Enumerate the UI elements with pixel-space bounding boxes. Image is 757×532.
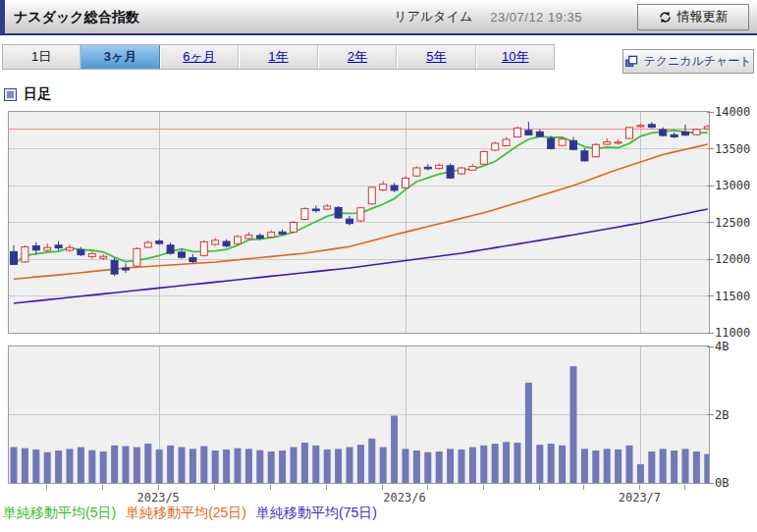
x-axis-week-tick — [326, 485, 327, 490]
x-axis-week-tick — [270, 485, 271, 490]
header-right: リアルタイム 23/07/12 19:35 情報更新 — [394, 0, 749, 33]
price-axis-tick — [707, 112, 714, 113]
quote-timestamp: 23/07/12 19:35 — [490, 10, 582, 25]
chart-type-section: 日足 — [4, 85, 51, 103]
volume-axis-tick — [707, 483, 714, 484]
tab-1year[interactable]: 1年 — [239, 45, 317, 69]
header-accent-bar — [0, 0, 5, 33]
legend-ma75: 単純移動平均(75日) — [256, 505, 377, 522]
price-axis-tick — [707, 186, 714, 186]
tab-10years[interactable]: 10年 — [476, 45, 554, 69]
windows-icon — [624, 55, 638, 68]
price-chart-svg — [8, 111, 710, 334]
price-axis-tick — [707, 259, 714, 260]
x-axis-week-tick — [46, 485, 47, 490]
volume-axis-tick — [707, 414, 714, 415]
price-axis-tick — [707, 295, 714, 296]
chart-type-label: 日足 — [24, 85, 51, 103]
volume-axis-label: 4B — [715, 340, 729, 353]
square-bullet-icon — [4, 88, 17, 101]
realtime-label: リアルタイム — [394, 8, 472, 26]
price-axis-label: 13500 — [715, 142, 750, 156]
price-axis-label: 12500 — [715, 216, 750, 230]
page-title: ナスダック総合指数 — [14, 0, 139, 33]
x-axis-week-tick — [214, 485, 215, 490]
price-axis-label: 14000 — [715, 105, 750, 119]
price-axis-label: 12000 — [715, 252, 750, 266]
tab-2years[interactable]: 2年 — [318, 45, 397, 69]
x-axis-week-tick — [639, 485, 640, 490]
price-axis-tick — [707, 222, 714, 223]
stock-chart-page: ナスダック総合指数 リアルタイム 23/07/12 19:35 情報更新 1日 … — [0, 0, 757, 532]
x-axis-month-label: 2023/5 — [126, 491, 190, 505]
x-axis-week-tick — [583, 485, 584, 490]
price-axis-label: 13000 — [715, 179, 750, 192]
period-tabbar: 1日 3ヶ月 6ヶ月 1年 2年 5年 10年 — [2, 44, 555, 70]
x-axis-week-tick — [684, 485, 685, 490]
price-axis-label: 11500 — [715, 290, 750, 303]
header: ナスダック総合指数 リアルタイム 23/07/12 19:35 情報更新 — [0, 0, 757, 33]
price-axis-tick — [707, 333, 714, 334]
refresh-button-label: 情報更新 — [677, 8, 729, 26]
refresh-icon — [659, 11, 672, 24]
chart-area: 140001350013000125001200011500110004B2B0… — [0, 111, 757, 504]
tab-6months[interactable]: 6ヶ月 — [160, 45, 239, 69]
price-axis-label: 11000 — [715, 326, 750, 340]
technical-chart-label: テクニカルチャート — [643, 53, 751, 70]
x-axis-week-tick — [483, 485, 484, 490]
tab-3months[interactable]: 3ヶ月 — [81, 45, 159, 69]
x-axis-month-label: 2023/6 — [372, 491, 437, 505]
x-axis-week-tick — [382, 485, 383, 490]
legend-ma25: 単純移動平均(25日) — [126, 505, 246, 522]
x-axis-week-tick — [539, 485, 540, 490]
price-axis-tick — [707, 148, 714, 149]
x-axis-week-tick — [427, 485, 428, 490]
volume-chart-svg — [8, 346, 710, 484]
legend-ma5: 単純移動平均(5日) — [3, 505, 116, 522]
x-axis-week-tick — [102, 485, 103, 490]
header-divider — [0, 33, 757, 35]
volume-axis-label: 0B — [715, 476, 729, 490]
tab-5years[interactable]: 5年 — [397, 45, 475, 69]
volume-axis-label: 2B — [715, 408, 729, 422]
refresh-button[interactable]: 情報更新 — [637, 4, 749, 30]
ma-legend: 単純移動平均(5日) 単純移動平均(25日) 単純移動平均(75日) — [3, 505, 377, 522]
technical-chart-button[interactable]: テクニカルチャート — [622, 49, 754, 74]
x-axis-month-label: 2023/7 — [607, 491, 672, 505]
x-axis-week-tick — [158, 485, 159, 490]
volume-axis-tick — [707, 346, 714, 347]
tab-1day[interactable]: 1日 — [3, 45, 81, 69]
